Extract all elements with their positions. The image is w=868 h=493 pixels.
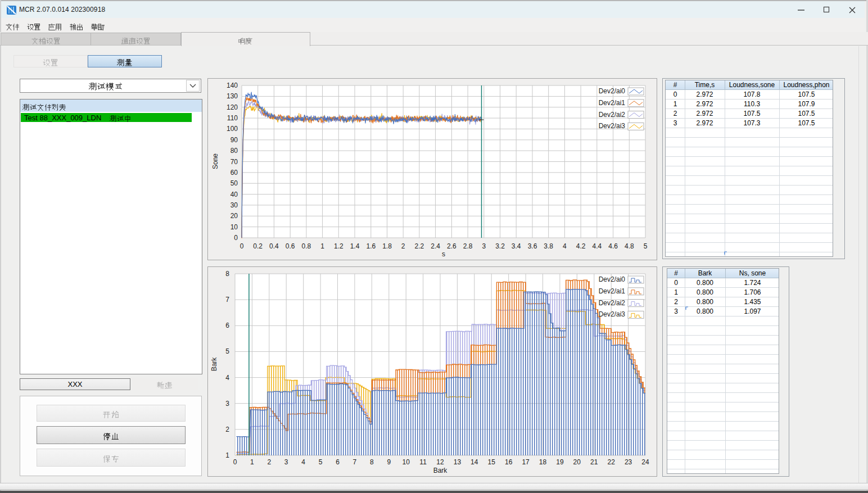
svg-text:50: 50: [230, 179, 238, 187]
svg-text:Dev2/ai3: Dev2/ai3: [599, 122, 626, 130]
svg-text:0.8: 0.8: [302, 242, 311, 250]
svg-text:23: 23: [625, 458, 632, 466]
svg-text:11: 11: [419, 458, 427, 466]
svg-text:Dev2/ai0: Dev2/ai0: [599, 87, 626, 95]
svg-text:1.8: 1.8: [382, 242, 392, 250]
svg-text:s: s: [442, 250, 445, 258]
svg-text:110: 110: [227, 114, 238, 122]
svg-text:Dev2/ai3: Dev2/ai3: [599, 310, 626, 318]
svg-text:3: 3: [482, 242, 486, 250]
svg-text:4: 4: [301, 458, 305, 466]
svg-text:14: 14: [471, 458, 478, 466]
svg-text:13: 13: [454, 458, 462, 466]
svg-text:2.8: 2.8: [463, 242, 473, 250]
svg-text:4.6: 4.6: [608, 242, 618, 250]
svg-text:70: 70: [230, 158, 238, 166]
svg-text:22: 22: [608, 458, 616, 466]
svg-text:80: 80: [230, 147, 238, 155]
svg-text:20: 20: [230, 212, 238, 220]
svg-text:Dev2/ai1: Dev2/ai1: [599, 99, 626, 107]
svg-text:1: 1: [250, 458, 254, 466]
svg-text:19: 19: [556, 458, 564, 466]
svg-text:7: 7: [225, 296, 229, 304]
svg-text:3.2: 3.2: [495, 242, 505, 250]
svg-text:Bark: Bark: [210, 357, 218, 372]
svg-text:130: 130: [227, 92, 238, 100]
svg-text:5: 5: [644, 242, 648, 250]
svg-text:3: 3: [225, 400, 229, 408]
svg-text:2.2: 2.2: [415, 242, 424, 250]
svg-text:120: 120: [227, 103, 238, 111]
svg-text:3.6: 3.6: [528, 242, 537, 250]
svg-text:0: 0: [233, 458, 237, 466]
svg-text:10: 10: [403, 458, 410, 466]
svg-text:12: 12: [436, 458, 444, 466]
svg-text:Dev2/ai2: Dev2/ai2: [599, 111, 626, 119]
svg-text:30: 30: [230, 201, 238, 209]
svg-text:4: 4: [225, 374, 229, 382]
svg-text:3.4: 3.4: [512, 242, 521, 250]
svg-text:140: 140: [227, 82, 238, 89]
svg-text:0.6: 0.6: [286, 242, 295, 250]
svg-text:Dev2/ai1: Dev2/ai1: [599, 287, 626, 295]
svg-text:4.8: 4.8: [625, 242, 634, 250]
svg-text:20: 20: [573, 458, 581, 466]
svg-text:2: 2: [225, 426, 229, 433]
svg-text:9: 9: [387, 458, 391, 466]
svg-text:5: 5: [225, 347, 229, 355]
svg-text:0.4: 0.4: [269, 242, 279, 250]
svg-text:0.2: 0.2: [253, 242, 263, 250]
svg-text:60: 60: [230, 169, 238, 177]
svg-text:40: 40: [230, 191, 238, 198]
svg-text:1.6: 1.6: [366, 242, 376, 250]
svg-text:1.4: 1.4: [350, 242, 360, 250]
svg-text:4.4: 4.4: [592, 242, 602, 250]
svg-text:4: 4: [563, 242, 567, 250]
svg-text:15: 15: [488, 458, 496, 466]
svg-text:0: 0: [234, 234, 238, 242]
svg-text:2: 2: [401, 242, 405, 250]
svg-text:24: 24: [641, 458, 649, 466]
svg-text:6: 6: [336, 458, 340, 466]
svg-text:21: 21: [590, 458, 598, 466]
svg-text:6: 6: [225, 322, 229, 329]
svg-text:1: 1: [225, 451, 229, 459]
svg-text:17: 17: [522, 458, 530, 466]
svg-text:90: 90: [230, 136, 238, 144]
svg-text:8: 8: [370, 458, 374, 466]
svg-text:10: 10: [230, 223, 238, 231]
svg-text:Dev2/ai2: Dev2/ai2: [599, 299, 626, 307]
svg-text:2: 2: [267, 458, 271, 466]
svg-text:3.8: 3.8: [544, 242, 553, 250]
svg-text:100: 100: [227, 125, 238, 133]
svg-text:3: 3: [284, 458, 288, 466]
svg-text:8: 8: [225, 270, 229, 278]
svg-text:1: 1: [320, 242, 324, 250]
svg-text:1.2: 1.2: [334, 242, 343, 250]
svg-text:4.2: 4.2: [576, 242, 586, 250]
svg-text:2.4: 2.4: [431, 242, 440, 250]
svg-text:Dev2/ai0: Dev2/ai0: [599, 275, 626, 283]
svg-text:Sone: Sone: [211, 153, 219, 169]
svg-text:2.6: 2.6: [447, 242, 456, 250]
svg-text:Bark: Bark: [433, 467, 448, 474]
svg-text:16: 16: [505, 458, 513, 466]
svg-text:5: 5: [319, 458, 323, 466]
svg-text:7: 7: [353, 458, 357, 466]
svg-text:18: 18: [539, 458, 547, 466]
svg-text:0: 0: [240, 242, 244, 250]
